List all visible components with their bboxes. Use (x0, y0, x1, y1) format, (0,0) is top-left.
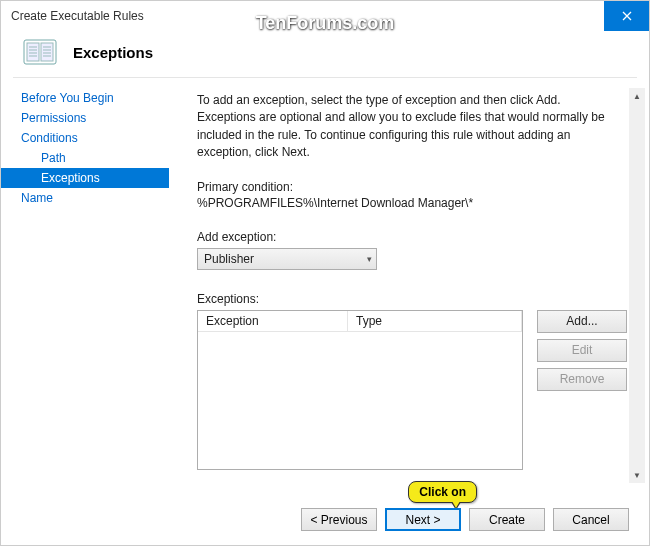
scroll-down-icon[interactable]: ▼ (629, 467, 645, 483)
chevron-down-icon: ▾ (367, 254, 372, 264)
callout-annotation: Click on (408, 481, 477, 503)
svg-rect-6 (41, 43, 53, 61)
nav-name[interactable]: Name (1, 188, 169, 208)
wizard-header: Exceptions (1, 31, 649, 77)
add-exception-dropdown[interactable]: Publisher ▾ (197, 248, 377, 270)
page-title: Exceptions (73, 44, 153, 61)
scroll-up-icon[interactable]: ▲ (629, 88, 645, 104)
next-button[interactable]: Next > (385, 508, 461, 531)
add-exception-value: Publisher (204, 252, 254, 266)
add-button[interactable]: Add... (537, 310, 627, 333)
nav-before-you-begin[interactable]: Before You Begin (1, 88, 169, 108)
description-text: To add an exception, select the type of … (197, 92, 627, 162)
add-exception-label: Add exception: (197, 230, 627, 244)
create-button[interactable]: Create (469, 508, 545, 531)
window-title: Create Executable Rules (11, 9, 144, 23)
edit-button: Edit (537, 339, 627, 362)
listbox-header: Exception Type (198, 311, 522, 332)
rules-icon (23, 37, 57, 67)
column-type[interactable]: Type (348, 311, 522, 331)
wizard-sidebar: Before You Begin Permissions Conditions … (1, 78, 169, 493)
nav-conditions[interactable]: Conditions (1, 128, 169, 148)
wizard-window: Create Executable Rules TenForums.com Ex… (0, 0, 650, 546)
primary-condition-label: Primary condition: (197, 180, 627, 194)
remove-button: Remove (537, 368, 627, 391)
previous-button[interactable]: < Previous (301, 508, 377, 531)
exceptions-listbox[interactable]: Exception Type (197, 310, 523, 470)
wizard-body: Before You Begin Permissions Conditions … (1, 78, 649, 493)
wizard-content: To add an exception, select the type of … (169, 78, 649, 493)
exceptions-label: Exceptions: (197, 292, 627, 306)
column-exception[interactable]: Exception (198, 311, 348, 331)
nav-permissions[interactable]: Permissions (1, 108, 169, 128)
nav-exceptions[interactable]: Exceptions (1, 168, 169, 188)
svg-rect-1 (27, 43, 39, 61)
wizard-footer: < Previous Next > Create Cancel (301, 508, 629, 531)
content-scrollbar[interactable]: ▲ ▼ (629, 88, 645, 483)
title-bar: Create Executable Rules (1, 1, 649, 31)
nav-path[interactable]: Path (1, 148, 169, 168)
close-button[interactable] (604, 1, 649, 31)
primary-condition-value: %PROGRAMFILES%\Internet Download Manager… (197, 196, 627, 210)
cancel-button[interactable]: Cancel (553, 508, 629, 531)
